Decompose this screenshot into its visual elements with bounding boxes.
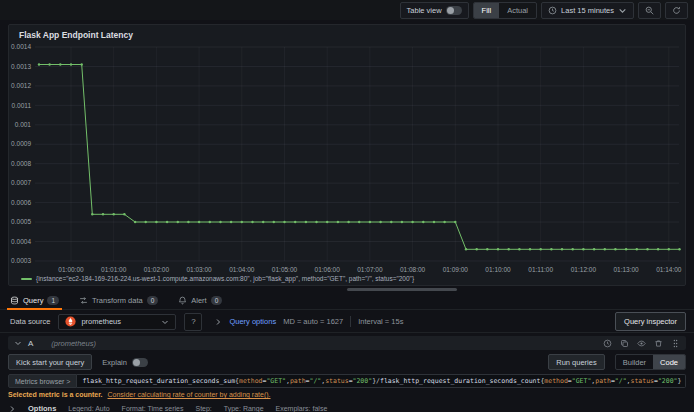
svg-text:01:07:00: 01:07:00 xyxy=(357,266,383,273)
query-datasource-hint: (prometheus) xyxy=(51,339,96,348)
fill-option[interactable]: Fill xyxy=(474,3,500,18)
query-token: "200" xyxy=(658,377,678,385)
toggle-knob xyxy=(447,7,454,14)
counter-warning: Selected metric is a counter. Consider c… xyxy=(8,391,686,398)
latency-chart[interactable]: 0.00140.00130.00120.00110.0010.00090.000… xyxy=(9,25,685,285)
svg-text:0.0007: 0.0007 xyxy=(11,179,31,186)
horizontal-scrollbar[interactable] xyxy=(347,288,457,291)
query-name: A xyxy=(28,339,33,348)
tab-transform-count: 0 xyxy=(147,296,159,305)
kick-start-query-button[interactable]: Kick start your query xyxy=(8,354,92,370)
options-row[interactable]: Options Legend: AutoFormat: Time seriesS… xyxy=(8,404,686,412)
chevron-down-icon[interactable] xyxy=(14,339,22,347)
query-token: status xyxy=(325,377,348,385)
tab-transform-label: Transform data xyxy=(92,296,143,305)
svg-text:01:09:00: 01:09:00 xyxy=(443,266,469,273)
query-editor-area: A (prometheus) Kick start your query Exp… xyxy=(0,333,694,412)
latency-panel: Flask App Endpoint Latency 0.00140.00130… xyxy=(8,24,686,286)
prometheus-icon xyxy=(65,316,76,327)
options-item: Format: Time series xyxy=(122,405,184,412)
chevron-down-icon xyxy=(161,318,169,326)
query-token: "/" xyxy=(615,377,627,385)
panel-editor-header: Table view Fill Actual Last 15 minutes xyxy=(0,0,694,20)
options-label: Options xyxy=(28,404,56,412)
svg-text:0.0003: 0.0003 xyxy=(11,257,31,264)
query-token: "GET" xyxy=(266,377,286,385)
query-token: } xyxy=(677,377,681,385)
warning-text: Selected metric is a counter. xyxy=(8,391,103,398)
builder-option[interactable]: Builder xyxy=(616,355,653,369)
explain-toggle[interactable] xyxy=(132,358,148,367)
svg-text:0.0013: 0.0013 xyxy=(11,63,31,70)
code-option[interactable]: Code xyxy=(653,355,685,369)
query-token: "GET" xyxy=(572,377,592,385)
chevron-right-icon xyxy=(214,318,222,326)
svg-text:0.0011: 0.0011 xyxy=(12,102,32,109)
table-view-toggle-group[interactable]: Table view xyxy=(400,2,469,19)
interval-summary: Interval = 15s xyxy=(358,317,403,326)
duplicate-query-icon[interactable] xyxy=(620,339,629,348)
svg-text:01:03:00: 01:03:00 xyxy=(186,266,212,273)
query-row-header[interactable]: A (prometheus) xyxy=(8,336,686,350)
svg-text:01:08:00: 01:08:00 xyxy=(400,266,426,273)
refresh-icon xyxy=(672,6,681,15)
query-toolbar: Kick start your query Explain Run querie… xyxy=(8,354,686,370)
editor-tabs: Query 1 Transform data 0 Alert 0 xyxy=(0,292,694,310)
zoom-out-button[interactable] xyxy=(638,2,661,19)
metrics-browser-button[interactable]: Metrics browser > xyxy=(8,374,77,388)
chevron-down-icon xyxy=(618,6,627,15)
options-item: Step: xyxy=(195,405,211,412)
query-token: flask_http_request_duration_seconds_coun… xyxy=(380,377,540,385)
warning-rate-link[interactable]: Consider calculating rate of counter by … xyxy=(108,391,271,398)
svg-text:0.0008: 0.0008 xyxy=(11,160,31,167)
svg-text:0.0012: 0.0012 xyxy=(11,82,31,89)
toggle-knob xyxy=(133,359,140,366)
tab-alert-label: Alert xyxy=(191,296,206,305)
table-view-toggle[interactable] xyxy=(446,6,462,15)
chart-legend[interactable]: {instance="ec2-184-169-216-224.us-west-1… xyxy=(21,275,414,282)
datasource-label: Data source xyxy=(10,317,50,326)
time-range-picker[interactable]: Last 15 minutes xyxy=(541,2,634,19)
run-queries-button[interactable]: Run queries xyxy=(548,354,604,370)
query-token: flask_http_request_duration_seconds_sum xyxy=(82,377,235,385)
explain-toggle-group: Explain xyxy=(102,358,148,367)
svg-text:01:11:00: 01:11:00 xyxy=(528,266,553,273)
datasource-select[interactable]: prometheus xyxy=(58,314,176,330)
drag-handle-icon[interactable] xyxy=(671,339,680,348)
tab-query-label: Query xyxy=(23,296,43,305)
query-token: "/" xyxy=(309,377,321,385)
legend-label: {instance="ec2-184-169-216-224.us-west-1… xyxy=(36,275,414,282)
datasource-row: Data source prometheus ? Query options M… xyxy=(0,311,694,333)
svg-text:01:01:00: 01:01:00 xyxy=(101,266,127,273)
chevron-right-icon[interactable] xyxy=(8,405,16,412)
options-item: Legend: Auto xyxy=(68,405,109,412)
datasource-help-button[interactable]: ? xyxy=(184,313,202,331)
tab-query-count: 1 xyxy=(47,296,59,305)
clock-icon xyxy=(548,6,557,15)
options-summary: Legend: AutoFormat: Time seriesStep:Type… xyxy=(68,405,339,412)
svg-text:01:05:00: 01:05:00 xyxy=(272,266,298,273)
query-inspector-button[interactable]: Query inspector xyxy=(615,312,686,331)
query-token: method xyxy=(239,377,262,385)
tab-query[interactable]: Query 1 xyxy=(10,292,59,309)
divider xyxy=(350,316,351,327)
tab-alert-count: 0 xyxy=(211,296,223,305)
svg-text:01:04:00: 01:04:00 xyxy=(229,266,255,273)
legend-swatch xyxy=(21,278,32,280)
hide-response-eye-icon[interactable] xyxy=(637,339,646,348)
query-token: method xyxy=(544,377,567,385)
query-history-icon[interactable] xyxy=(603,339,612,348)
panel-title: Flask App Endpoint Latency xyxy=(19,30,133,40)
promql-code-input[interactable]: flask_http_request_duration_seconds_sum{… xyxy=(77,374,686,388)
tab-transform-data[interactable]: Transform data 0 xyxy=(79,292,158,309)
remove-query-trash-icon[interactable] xyxy=(654,339,663,348)
time-range-label: Last 15 minutes xyxy=(561,6,614,15)
explain-label: Explain xyxy=(102,358,127,367)
query-options-link[interactable]: Query options xyxy=(229,317,276,326)
refresh-button[interactable] xyxy=(665,2,688,19)
svg-text:0.0004: 0.0004 xyxy=(11,238,31,245)
svg-text:01:13:00: 01:13:00 xyxy=(613,266,639,273)
actual-option[interactable]: Actual xyxy=(499,3,536,18)
tab-alert[interactable]: Alert 0 xyxy=(178,292,222,309)
transform-icon xyxy=(79,296,88,305)
